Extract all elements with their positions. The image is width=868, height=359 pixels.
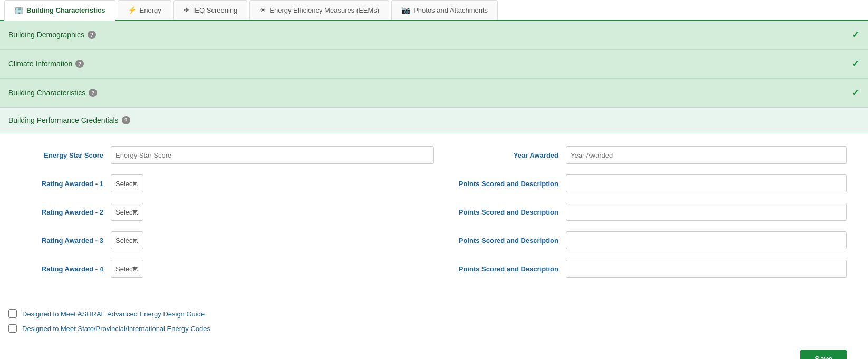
save-area: Save: [0, 339, 868, 359]
points-description-4-input[interactable]: [566, 260, 847, 278]
tab-building-characteristics[interactable]: 🏢 Building Characteristics: [4, 0, 115, 21]
photos-icon: 📷: [401, 6, 410, 14]
tab-energy-label: Energy: [140, 6, 161, 14]
points-description-2-label: Points Scored and Description: [434, 208, 566, 216]
rating-awarded-2-select[interactable]: Select..: [111, 203, 143, 221]
building-characteristics-checkmark: ✓: [852, 87, 860, 99]
form-area: Energy Star Score Year Awarded Rating Aw…: [0, 133, 868, 309]
tabs-bar: 🏢 Building Characteristics ⚡ Energy ✈ IE…: [0, 0, 868, 21]
tab-photos-label: Photos and Attachments: [413, 6, 488, 14]
tab-eems-label: Energy Efficiency Measures (EEMs): [269, 6, 379, 14]
checkbox-ashrae-row: Designed to Meet ASHRAE Advanced Energy …: [0, 309, 868, 318]
energy-icon: ⚡: [128, 6, 137, 14]
climate-information-help-icon[interactable]: ?: [75, 60, 84, 68]
rating-2-row: Rating Awarded - 2 Select.. Points Score…: [21, 203, 847, 221]
ashrae-checkbox[interactable]: [8, 309, 17, 318]
tab-ieq-screening[interactable]: ✈ IEQ Screening: [173, 0, 248, 20]
points-description-3-label: Points Scored and Description: [434, 237, 566, 245]
rating-1-row: Rating Awarded - 1 Select.. Points Score…: [21, 174, 847, 192]
points-description-3-input[interactable]: [566, 231, 847, 249]
tab-ieq-label: IEQ Screening: [193, 6, 238, 14]
section-building-characteristics-title: Building Characteristics: [8, 89, 85, 97]
rating-4-row: Rating Awarded - 4 Select.. Points Score…: [21, 260, 847, 278]
year-awarded-label: Year Awarded: [434, 151, 566, 159]
building-demographics-help-icon[interactable]: ?: [88, 31, 96, 39]
building-demographics-checkmark: ✓: [852, 29, 860, 41]
energy-star-score-input[interactable]: [111, 146, 434, 164]
building-characteristics-help-icon[interactable]: ?: [89, 89, 97, 97]
eems-icon: ☀: [259, 6, 266, 14]
state-energy-checkbox[interactable]: [8, 324, 17, 333]
tab-energy[interactable]: ⚡ Energy: [118, 0, 171, 20]
section-building-demographics[interactable]: Building Demographics ? ✓: [0, 21, 868, 50]
section-climate-information[interactable]: Climate Information ? ✓: [0, 50, 868, 79]
tab-building-characteristics-label: Building Characteristics: [26, 6, 105, 14]
building-performance-credentials-help-icon[interactable]: ?: [122, 116, 130, 124]
building-characteristics-icon: 🏢: [14, 6, 23, 14]
section-building-performance-credentials-title: Building Performance Credentials: [8, 116, 119, 124]
energy-star-score-label: Energy Star Score: [21, 151, 111, 159]
state-energy-label[interactable]: Designed to Meet State/Provincial/Intern…: [22, 325, 210, 333]
save-button[interactable]: Save: [800, 350, 847, 359]
rating-awarded-4-select[interactable]: Select..: [111, 260, 143, 278]
rating-3-row: Rating Awarded - 3 Select.. Points Score…: [21, 231, 847, 249]
points-description-1-label: Points Scored and Description: [434, 180, 566, 188]
rating-awarded-4-label: Rating Awarded - 4: [21, 265, 111, 273]
ashrae-label[interactable]: Designed to Meet ASHRAE Advanced Energy …: [22, 310, 205, 318]
climate-information-checkmark: ✓: [852, 58, 860, 70]
points-description-1-input[interactable]: [566, 174, 847, 192]
year-awarded-input[interactable]: [566, 146, 847, 164]
checkbox-state-energy-row: Designed to Meet State/Provincial/Intern…: [0, 324, 868, 333]
section-building-characteristics[interactable]: Building Characteristics ? ✓: [0, 79, 868, 108]
points-description-2-input[interactable]: [566, 203, 847, 221]
rating-awarded-2-label: Rating Awarded - 2: [21, 208, 111, 216]
points-description-4-label: Points Scored and Description: [434, 265, 566, 273]
rating-awarded-1-label: Rating Awarded - 1: [21, 180, 111, 188]
ieq-icon: ✈: [184, 6, 190, 14]
energy-star-row: Energy Star Score Year Awarded: [21, 146, 847, 164]
tab-eems[interactable]: ☀ Energy Efficiency Measures (EEMs): [249, 0, 389, 20]
section-building-performance-credentials[interactable]: Building Performance Credentials ?: [0, 108, 868, 133]
rating-awarded-1-select[interactable]: Select..: [111, 174, 143, 192]
section-building-demographics-title: Building Demographics: [8, 31, 84, 39]
tab-photos-attachments[interactable]: 📷 Photos and Attachments: [391, 0, 498, 20]
section-climate-information-title: Climate Information: [8, 60, 72, 68]
rating-awarded-3-select[interactable]: Select..: [111, 231, 143, 249]
rating-awarded-3-label: Rating Awarded - 3: [21, 237, 111, 245]
